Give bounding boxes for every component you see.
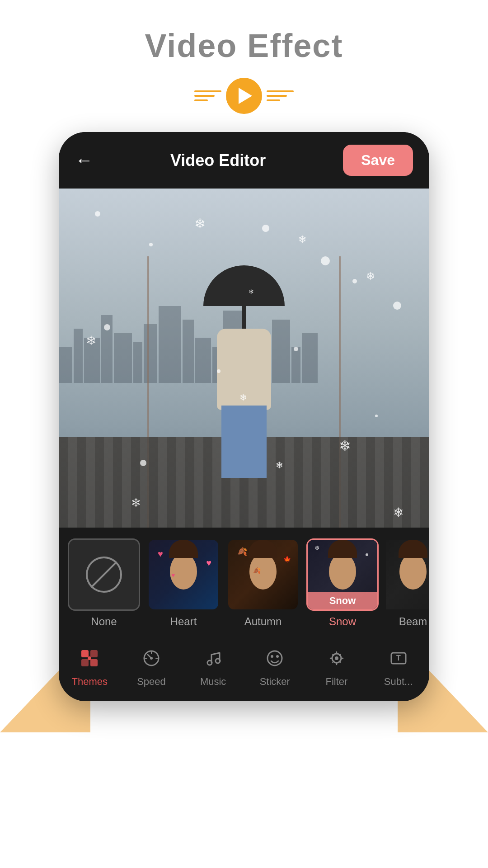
header: Video Effect bbox=[0, 0, 488, 114]
effect-thumb-snow: ❄ Snow bbox=[306, 538, 379, 611]
effect-label-heart: Heart bbox=[170, 615, 197, 628]
sticker-icon bbox=[265, 648, 285, 672]
effect-thumb-autumn: 🍂 🍁 🍂 bbox=[227, 538, 299, 611]
body-jacket bbox=[217, 329, 271, 410]
themes-icon bbox=[80, 648, 99, 672]
effect-item-autumn[interactable]: 🍂 🍁 🍂 Autumn bbox=[227, 538, 299, 628]
body-jeans bbox=[221, 406, 267, 478]
effect-thumb-none bbox=[68, 538, 140, 611]
app-bar-title: Video Editor bbox=[170, 151, 266, 170]
nav-item-speed[interactable]: Speed bbox=[124, 648, 178, 688]
subtitle-icon: T bbox=[389, 648, 408, 672]
nav-item-subtitle[interactable]: T Subt... bbox=[371, 648, 426, 688]
nav-item-themes[interactable]: Themes bbox=[62, 648, 117, 688]
save-button[interactable]: Save bbox=[343, 145, 413, 176]
svg-text:T: T bbox=[396, 654, 401, 662]
svg-rect-2 bbox=[81, 659, 89, 666]
autumn-leaf: 🍂 bbox=[253, 567, 261, 574]
play-button[interactable] bbox=[226, 78, 262, 114]
person-figure bbox=[199, 265, 289, 491]
effect-item-heart[interactable]: ♥ ♥ ♥ ♥ Heart bbox=[147, 538, 220, 628]
filter-icon bbox=[327, 648, 347, 672]
none-icon bbox=[86, 557, 122, 593]
play-lines-left bbox=[194, 90, 221, 101]
svg-point-6 bbox=[150, 657, 153, 660]
svg-point-4 bbox=[88, 656, 91, 660]
effect-label-none: None bbox=[91, 615, 117, 628]
thumb-heart-bg: ♥ ♥ ♥ ♥ bbox=[149, 540, 218, 609]
umbrella bbox=[203, 265, 285, 306]
page-title: Video Effect bbox=[0, 27, 488, 64]
thumb-hair bbox=[399, 540, 427, 558]
bridge-scene: ❄ ❄ ❄ ❄ ❄ ❄ ❄ ❄ ❄ ❄ bbox=[59, 189, 429, 528]
play-triangle-icon bbox=[239, 88, 252, 104]
thumb-autumn-bg: 🍂 🍁 🍂 bbox=[228, 540, 298, 609]
bottom-nav: Themes Speed bbox=[59, 639, 429, 701]
nav-label-speed: Speed bbox=[137, 676, 166, 688]
svg-point-11 bbox=[276, 655, 279, 658]
svg-point-13 bbox=[335, 656, 338, 660]
autumn-leaf: 🍁 bbox=[283, 556, 291, 563]
effect-thumb-heart: ♥ ♥ ♥ ♥ bbox=[147, 538, 220, 611]
heart-particle: ♥ bbox=[158, 549, 163, 559]
nav-label-music: Music bbox=[200, 676, 226, 688]
thumb-face bbox=[399, 553, 427, 590]
svg-rect-3 bbox=[90, 659, 98, 666]
phone-body: ← Video Editor Save bbox=[59, 132, 429, 701]
effect-label-beam: Beam bbox=[399, 615, 427, 628]
effect-thumb-beam bbox=[386, 538, 429, 611]
nav-label-filter: Filter bbox=[326, 676, 348, 688]
nav-item-sticker[interactable]: Sticker bbox=[248, 648, 302, 688]
effect-item-beam[interactable]: Beam bbox=[386, 538, 429, 628]
play-line bbox=[267, 95, 287, 97]
svg-point-10 bbox=[271, 655, 273, 658]
heart-particle: ♥ bbox=[206, 558, 211, 568]
effect-label-autumn: Autumn bbox=[244, 615, 282, 628]
snow-particle: ❄ bbox=[314, 544, 320, 552]
effect-item-snow[interactable]: ❄ Snow Snow bbox=[306, 538, 379, 628]
nav-item-music[interactable]: Music bbox=[186, 648, 240, 688]
music-icon bbox=[203, 648, 223, 672]
app-bar: ← Video Editor Save bbox=[59, 132, 429, 189]
back-button[interactable]: ← bbox=[75, 150, 93, 170]
heart-particle: ♥ bbox=[171, 571, 175, 579]
thumb-hair bbox=[328, 540, 357, 558]
play-lines-right bbox=[267, 90, 294, 101]
nav-item-filter[interactable]: Filter bbox=[310, 648, 364, 688]
nav-label-subtitle: Subt... bbox=[384, 676, 413, 688]
svg-rect-0 bbox=[81, 650, 89, 657]
video-preview: ❄ ❄ ❄ ❄ ❄ ❄ ❄ ❄ ❄ ❄ bbox=[59, 189, 429, 528]
effect-label-snow: Snow bbox=[329, 615, 356, 628]
play-line bbox=[267, 90, 294, 92]
autumn-leaf: 🍂 bbox=[237, 547, 247, 557]
play-line bbox=[194, 95, 215, 97]
snow-particle bbox=[366, 553, 368, 556]
nav-label-themes: Themes bbox=[72, 676, 108, 688]
phone-mockup: ← Video Editor Save bbox=[59, 132, 429, 701]
play-line bbox=[194, 90, 221, 92]
snow-selected-label: Snow bbox=[308, 592, 377, 609]
play-line bbox=[267, 99, 280, 101]
play-line bbox=[194, 99, 208, 101]
svg-rect-1 bbox=[90, 650, 98, 657]
play-icon-container bbox=[0, 78, 488, 114]
svg-point-8 bbox=[216, 659, 220, 663]
effect-item-none[interactable]: None bbox=[68, 538, 140, 628]
nav-label-sticker: Sticker bbox=[260, 676, 290, 688]
thumb-hair bbox=[249, 540, 277, 558]
speed-icon bbox=[141, 648, 161, 672]
svg-point-7 bbox=[207, 660, 212, 665]
thumb-face bbox=[329, 553, 356, 590]
thumb-hair bbox=[169, 540, 198, 558]
effects-bar: None ♥ ♥ ♥ ♥ Heart bbox=[59, 528, 429, 639]
thumb-beam-bg bbox=[386, 540, 429, 609]
